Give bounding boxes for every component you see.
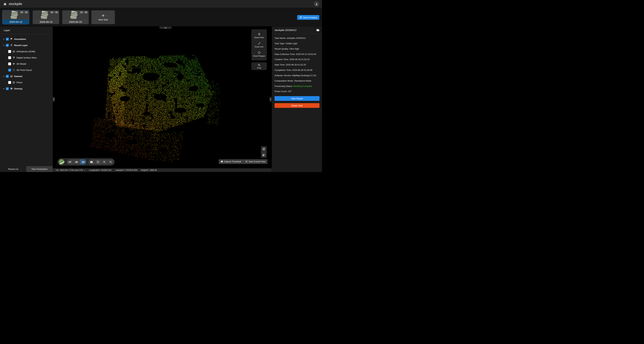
zoom-out-icon	[109, 161, 112, 163]
coordinate-system-selector[interactable]: CS: WGS 84 / UTM zone 47N	[56, 169, 85, 171]
layer-row-annotation[interactable]: Annotation	[0, 36, 53, 42]
view-mode-switch: AT 2D 3D	[67, 159, 86, 165]
layer-label: Photo	[16, 81, 22, 84]
expand-right-panel-tab[interactable]	[270, 97, 272, 102]
medal-icon	[10, 44, 13, 47]
capture-thumbnail-button[interactable]: Capture Thumbnail	[219, 161, 243, 163]
solid-cube-button[interactable]	[261, 152, 267, 158]
app-window: stockpile 2D 3D 2025-04-13 2D 3D	[0, 0, 322, 172]
layer-label: Orthophoto (DOM)	[16, 50, 35, 53]
viewer-3d-canvas-area[interactable]: Draw Point Draw Line Draw Polygon Crop A…	[53, 26, 272, 168]
layer-row-overlay[interactable]: Overlay	[0, 86, 53, 92]
dual-compare-button[interactable]: Dual Compare	[297, 15, 319, 20]
layer-row-3d-model[interactable]: 3D Model	[0, 61, 53, 67]
mode-3d-button[interactable]: 3D	[80, 159, 86, 165]
badge-3d: 3D	[84, 11, 88, 13]
viewer-icon-buttons	[88, 159, 114, 165]
view-report-button[interactable]: View Report	[274, 96, 320, 101]
screenshot-button[interactable]	[88, 159, 95, 165]
save-current-view-button[interactable]: Save Current View	[243, 161, 268, 163]
tab-result-list[interactable]: Result List	[0, 166, 26, 172]
task-details-panel: stockpile-20250413 Task Name: stockpile-…	[272, 26, 322, 172]
tab-task-parameters[interactable]: Task Parameters	[26, 166, 53, 172]
viewer-toolbar: AT 2D 3D	[57, 158, 115, 166]
longitude-readout: Longitude/X: 443391.822	[89, 169, 112, 171]
checkbox-dataset[interactable]	[6, 75, 9, 78]
height-readout: Height/Z: 1666.35	[141, 169, 157, 171]
zoom-in-button[interactable]	[101, 159, 108, 165]
point-cloud-canvas[interactable]	[53, 26, 272, 168]
crop-label: Crop	[257, 67, 261, 69]
chevron-down-icon	[3, 38, 5, 40]
task-card-2025-04-14[interactable]: 2D 3D 2025-04-14	[33, 10, 59, 24]
zoom-in-icon	[103, 161, 106, 163]
task-thumbnail: 2D 3D	[62, 10, 89, 19]
zoom-out-button[interactable]	[108, 159, 114, 165]
badge-3d: 3D	[24, 11, 28, 13]
collapse-left-panel-tab[interactable]	[53, 97, 55, 102]
field-processing-status: Processing Status: Modeling Complete	[274, 85, 319, 88]
new-task-button[interactable]: New Task	[92, 10, 115, 24]
checkbox-3d-point-cloud[interactable]	[8, 69, 11, 71]
layer-row-photo[interactable]: Photo	[0, 79, 53, 86]
mode-at-button[interactable]: AT	[67, 159, 73, 165]
layer-tree: Annotation Result Layer Orthophoto (DOM)…	[0, 36, 53, 92]
layer-label: Overlay	[14, 87, 22, 90]
draw-point-button[interactable]: Draw Point	[254, 33, 264, 38]
home-icon	[3, 2, 7, 6]
field-completion-time: Completion Time: 2025-06-26 02:30:06	[274, 69, 319, 72]
draw-polygon-button[interactable]: Draw Polygon	[253, 51, 265, 57]
task-date-label: 2025-04-15	[62, 19, 89, 24]
checkbox-result-layer[interactable]	[6, 44, 9, 47]
layer-row-3d-point-cloud[interactable]: 3D Point Cloud	[0, 67, 53, 73]
task-card-2025-04-15[interactable]: 2D 3D 2025-04-15	[62, 10, 89, 24]
capture-thumbnail-label: Capture Thumbnail	[224, 161, 241, 163]
checkbox-annotation[interactable]	[6, 38, 9, 40]
checkbox-3d-model[interactable]	[8, 62, 11, 65]
checkbox-photo[interactable]	[8, 81, 11, 84]
photo-icon	[12, 81, 15, 84]
home-button[interactable]	[3, 2, 7, 6]
chevron-down-icon	[3, 44, 5, 46]
draw-polygon-label: Draw Polygon	[253, 55, 265, 57]
task-thumbnail: 2D 3D	[33, 10, 59, 19]
solid-cube-icon	[262, 154, 265, 157]
task-date-label: 2025-04-13	[2, 19, 29, 24]
checkbox-overlay[interactable]	[6, 87, 9, 90]
layer-row-orthophoto[interactable]: Orthophoto (DOM)	[0, 48, 53, 55]
crop-button[interactable]: Crop	[252, 62, 267, 70]
minimap-button[interactable]	[59, 159, 64, 165]
layer-panel-title: Layer	[0, 26, 53, 32]
task-card-2025-04-13[interactable]: 2D 3D 2025-04-13	[2, 10, 29, 24]
chevron-down-icon	[3, 75, 5, 77]
field-software-version: Software Version: MipMap Desktop(2.0.10)	[274, 74, 319, 77]
layer-row-dsm[interactable]: Digital Surface Mod...	[0, 55, 53, 61]
field-task-type: Task Type: Visible Light	[274, 42, 319, 45]
chevron-down-icon	[3, 88, 5, 90]
gem-icon	[12, 63, 15, 65]
layer-panel: Layer Annotation Result Layer Orthophoto…	[0, 26, 53, 172]
layer-row-result-layer[interactable]: Result Layer	[0, 42, 53, 48]
wireframe-cube-button[interactable]	[261, 146, 267, 152]
mode-2d-button[interactable]: 2D	[73, 159, 80, 165]
view-actions-bar: Capture Thumbnail Save Current View	[219, 159, 268, 164]
field-result-quality: Result Quality: Ultra High	[274, 47, 319, 51]
dual-compare-label: Dual Compare	[303, 16, 317, 19]
task-date-label: 2025-04-14	[33, 19, 59, 24]
point-cloud-icon	[12, 69, 15, 71]
draw-line-button[interactable]: Draw Line	[255, 42, 264, 48]
image-capture-icon	[221, 161, 223, 163]
checkbox-orthophoto[interactable]	[8, 50, 11, 53]
checkbox-dsm[interactable]	[8, 56, 11, 59]
collapse-task-strip-tab[interactable]	[159, 26, 172, 29]
view-cube-toggles	[261, 146, 267, 158]
fit-view-button[interactable]	[95, 159, 101, 165]
save-current-view-label: Save Current View	[249, 161, 266, 163]
plus-icon	[101, 14, 105, 17]
user-avatar[interactable]	[314, 1, 319, 7]
delete-task-button[interactable]: Delete Task	[274, 103, 320, 108]
folder-icon[interactable]	[316, 29, 319, 31]
layer-row-dataset[interactable]: Dataset	[0, 73, 53, 79]
cube-view-icon	[245, 161, 248, 163]
camera-icon	[90, 161, 93, 164]
